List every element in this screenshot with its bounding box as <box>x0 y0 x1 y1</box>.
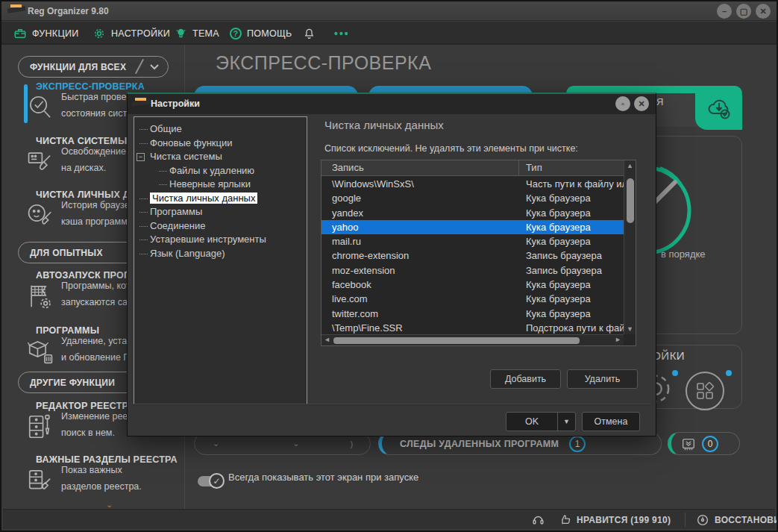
tree-item-label: Язык (Language) <box>150 248 225 259</box>
cloud-download-icon <box>704 93 734 123</box>
scroll-left-icon[interactable]: ◄ <box>324 336 330 343</box>
tab-label-tail: Я <box>656 96 663 107</box>
column-entry[interactable]: Запись <box>321 160 519 175</box>
cell-type: Кука браузера <box>519 307 624 321</box>
tree-item-label: Соединение <box>150 220 206 231</box>
tree-item-6[interactable]: Программы <box>134 205 307 219</box>
dialog-restore-button[interactable]: ▫ <box>615 96 630 111</box>
cell-entry: moz-extension <box>321 263 519 278</box>
table-row[interactable]: mail.ruКука браузера <box>321 234 624 248</box>
cancel-button[interactable]: Отмена <box>582 412 640 431</box>
cell-entry: mail.ru <box>321 234 519 248</box>
apps-button[interactable] <box>686 372 724 410</box>
cell-entry: \Windows\WinSxS\ <box>321 177 519 191</box>
toggle-check-icon: ✓ <box>209 473 225 489</box>
thumbs-up-icon <box>559 513 571 526</box>
lightbulb-icon <box>175 27 187 40</box>
sidebar-item-express-check[interactable]: ЭКСПРЕСС-ПРОВЕРКА <box>36 81 145 92</box>
sidebar-item-registry-sections[interactable]: ВАЖНЫЕ РАЗДЕЛЫ РЕЕСТРА <box>36 454 178 465</box>
restore-button[interactable]: ВОССТАНОВИТЬ <box>696 510 778 530</box>
table-row[interactable]: live.comКука браузера <box>321 292 624 306</box>
table-row[interactable]: twitter.comКука браузера <box>321 307 624 321</box>
tree-item-7[interactable]: Соединение <box>134 219 307 234</box>
scroll-down-icon[interactable]: ▼ <box>624 325 636 333</box>
tree-item-5[interactable]: Чистка личных данных <box>134 192 307 206</box>
column-type[interactable]: Тип <box>519 160 624 175</box>
table-row[interactable]: moz-extensionЗапись браузера <box>321 263 624 278</box>
like-button[interactable]: НРАВИТСЯ (199 910) <box>559 510 671 530</box>
close-button[interactable]: ✕ <box>756 4 771 19</box>
dialog-title-bar[interactable]: Настройки ▫ ✕ <box>128 94 656 114</box>
chevron-down-icon <box>150 63 159 71</box>
dialog-close-button[interactable]: ✕ <box>634 96 649 111</box>
remove-button[interactable]: Удалить <box>567 369 638 389</box>
minimize-button[interactable]: – <box>717 4 732 19</box>
app-window: Reg Organizer 9.80 – ▢ ✕ ФУНКЦИИ НАСТРОЙ… <box>0 0 778 532</box>
table-body: \Windows\WinSxS\Часть пути к файлу или г… <box>321 177 624 334</box>
menu-functions[interactable]: ФУНКЦИИ <box>13 22 79 45</box>
notification-dot-2 <box>726 370 732 376</box>
tree-item-1[interactable]: Фоновые функции <box>134 137 307 151</box>
tree-item-label: Фоновые функции <box>150 137 233 148</box>
show-on-startup-toggle[interactable]: ✓ <box>198 476 220 486</box>
table-row[interactable]: yahooКука браузера <box>321 220 624 234</box>
notifications-button[interactable] <box>303 22 316 45</box>
menu-more-button[interactable]: ••• <box>334 22 350 45</box>
briefcase-icon <box>13 27 27 40</box>
table-row[interactable]: chrome-extensionЗапись браузера <box>321 248 624 263</box>
table-row[interactable]: \Windows\WinSxS\Часть пути к файлу или г <box>321 177 624 191</box>
settings-dialog: Настройки ▫ ✕ ОбщиеФоновые функции−Чистк… <box>127 93 656 436</box>
scroll-up-icon[interactable]: ▲ <box>624 162 636 169</box>
panel-heading: Чистка личных данных <box>324 119 444 131</box>
tree-item-2[interactable]: −Чистка системы <box>134 150 307 164</box>
cell-type: Подстрока пути к файлу <box>519 321 624 334</box>
menu-theme[interactable]: ТЕМА <box>175 22 219 45</box>
monitor-brush-icon <box>26 148 54 176</box>
table-row[interactable]: googleКука браузера <box>321 191 624 205</box>
sidebar-item-system-cleanup[interactable]: ЧИСТКА СИСТЕМЫ <box>36 136 127 146</box>
scroll-right-icon[interactable]: ► <box>615 336 621 343</box>
cell-entry: yandex <box>321 206 519 220</box>
toggle-label: Всегда показывать этот экран при запуске <box>228 472 418 483</box>
support-button[interactable] <box>531 510 545 530</box>
cell-entry: \Temp\Fine.SSR <box>321 321 519 334</box>
add-button[interactable]: Добавить <box>490 369 561 389</box>
maximize-button[interactable]: ▢ <box>736 4 751 19</box>
sidebar-item-registry-editor[interactable]: РЕДАКТОР РЕЕСТРА <box>36 401 134 411</box>
tree-item-4[interactable]: Неверные ярлыки <box>134 178 307 192</box>
cell-type: Кука браузера <box>519 191 624 205</box>
tree-item-label: Неверные ярлыки <box>169 178 251 190</box>
chip-icon <box>680 436 697 452</box>
chip-updates-button[interactable]: 0 <box>668 432 740 455</box>
tree-item-9[interactable]: Язык (Language) <box>134 247 307 261</box>
cell-entry: facebook <box>321 278 519 292</box>
cell-type: Запись браузера <box>519 263 624 278</box>
drawers-brush-icon <box>26 466 54 495</box>
ok-dropdown-icon[interactable]: ▼ <box>557 413 575 431</box>
menu-settings[interactable]: НАСТРОЙКИ <box>92 22 170 45</box>
tree-item-label: Программы <box>150 206 202 217</box>
collapse-icon[interactable]: − <box>137 153 145 161</box>
cell-type: Часть пути к файлу или г <box>519 177 624 191</box>
table-header[interactable]: Запись Тип <box>321 160 624 176</box>
ok-button[interactable]: OK ▼ <box>506 412 576 431</box>
cell-entry: chrome-extension <box>321 248 519 263</box>
tree-item-0[interactable]: Общие <box>134 122 307 137</box>
menu-help[interactable]: ? ПОМОЩЬ <box>230 22 292 45</box>
tree-item-8[interactable]: Устаревшие инструменты <box>134 233 307 247</box>
app-logo-icon <box>9 4 23 17</box>
table-row[interactable]: \Temp\Fine.SSRПодстрока пути к файлу <box>321 321 624 334</box>
horizontal-scrollbar[interactable]: ◄ ► <box>321 334 624 345</box>
sidebar-item-programs[interactable]: ПРОГРАММЫ <box>36 325 99 336</box>
cell-entry: twitter.com <box>321 307 519 321</box>
tree-item-label: Чистка системы <box>150 151 222 162</box>
cell-entry: google <box>321 191 519 205</box>
hscroll-thumb[interactable] <box>333 337 580 344</box>
tree-item-3[interactable]: Файлы к удалению <box>134 164 307 178</box>
vertical-scrollbar[interactable]: ▲ ▼ <box>624 160 636 334</box>
table-row[interactable]: yandexКука браузера <box>321 206 624 220</box>
apps-icon <box>694 381 715 401</box>
table-row[interactable]: facebookКука браузера <box>321 278 624 292</box>
vscroll-thumb[interactable] <box>627 178 634 223</box>
sidebar-group-selector[interactable]: ФУНКЦИИ ДЛЯ ВСЕХ <box>18 56 169 78</box>
